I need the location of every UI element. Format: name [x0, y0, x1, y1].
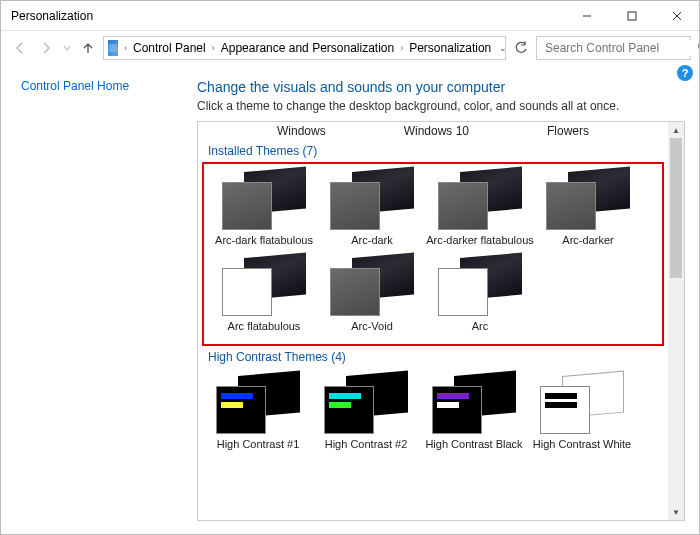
theme-thumbnail — [330, 172, 414, 230]
theme-label: Arc-dark flatabulous — [215, 234, 313, 246]
svg-rect-4 — [109, 44, 117, 52]
theme-thumbnail — [222, 258, 306, 316]
theme-label[interactable]: Windows — [277, 124, 326, 138]
title-bar: Personalization — [1, 1, 699, 31]
theme-thumbnail — [546, 172, 630, 230]
theme-item[interactable]: Arc-dark flatabulous — [210, 172, 318, 246]
theme-label: High Contrast Black — [425, 438, 522, 450]
refresh-button[interactable] — [510, 41, 532, 55]
theme-item[interactable]: Arc-Void — [318, 258, 426, 332]
theme-item[interactable]: High Contrast #2 — [312, 376, 420, 468]
theme-label: High Contrast White — [533, 438, 631, 450]
theme-label: Arc-darker flatabulous — [426, 234, 534, 246]
search-input[interactable] — [543, 40, 697, 56]
theme-label: Arc-dark — [351, 234, 393, 246]
theme-thumbnail — [324, 376, 408, 434]
address-dropdown[interactable]: ⌄ — [495, 43, 511, 53]
theme-label: Arc — [472, 320, 489, 332]
sidebar: Control Panel Home — [1, 65, 191, 534]
theme-thumbnail — [540, 376, 624, 434]
theme-item[interactable]: Arc-darker — [534, 172, 642, 246]
back-button[interactable] — [9, 37, 31, 59]
theme-label[interactable]: Windows 10 — [404, 124, 469, 138]
minimize-button[interactable] — [564, 1, 609, 31]
control-panel-icon — [108, 40, 118, 56]
breadcrumb[interactable]: › Control Panel › Appearance and Persona… — [103, 36, 506, 60]
scrollbar[interactable]: ▲ ▼ — [668, 122, 684, 520]
page-title: Change the visuals and sounds on your co… — [197, 79, 685, 95]
control-panel-home-link[interactable]: Control Panel Home — [21, 79, 129, 93]
theme-label: Arc-Void — [351, 320, 393, 332]
recent-locations-dropdown[interactable] — [61, 37, 73, 59]
chevron-right-icon: › — [122, 43, 129, 53]
theme-label: High Contrast #2 — [325, 438, 408, 450]
themes-panel: Windows Windows 10 Flowers Installed The… — [197, 121, 685, 521]
theme-item[interactable]: Arc-darker flatabulous — [426, 172, 534, 246]
page-subtitle: Click a theme to change the desktop back… — [197, 99, 685, 113]
theme-thumbnail — [438, 258, 522, 316]
scroll-up-button[interactable]: ▲ — [668, 122, 684, 138]
theme-thumbnail — [330, 258, 414, 316]
installed-themes-header: Installed Themes (7) — [198, 140, 668, 162]
high-contrast-themes-grid: High Contrast #1High Contrast #2High Con… — [198, 368, 668, 480]
theme-label: High Contrast #1 — [217, 438, 300, 450]
theme-item[interactable]: High Contrast #1 — [204, 376, 312, 468]
top-themes-row: Windows Windows 10 Flowers — [198, 122, 668, 140]
main-content: ? Change the visuals and sounds on your … — [191, 65, 699, 534]
theme-label: Arc flatabulous — [228, 320, 301, 332]
high-contrast-header: High Contrast Themes (4) — [198, 346, 668, 368]
theme-item[interactable]: High Contrast Black — [420, 376, 528, 468]
theme-item[interactable]: Arc — [426, 258, 534, 332]
breadcrumb-item[interactable]: Appearance and Personalization — [219, 41, 396, 55]
theme-item[interactable]: Arc-dark — [318, 172, 426, 246]
window-controls — [564, 1, 699, 31]
help-icon[interactable]: ? — [677, 65, 693, 81]
breadcrumb-item[interactable]: Control Panel — [131, 41, 208, 55]
forward-button[interactable] — [35, 37, 57, 59]
theme-thumbnail — [438, 172, 522, 230]
theme-item[interactable]: Arc flatabulous — [210, 258, 318, 332]
search-box[interactable] — [536, 36, 691, 60]
theme-thumbnail — [432, 376, 516, 434]
scroll-thumb[interactable] — [670, 138, 682, 278]
svg-rect-1 — [628, 12, 636, 20]
theme-thumbnail — [216, 376, 300, 434]
chevron-right-icon: › — [210, 43, 217, 53]
maximize-button[interactable] — [609, 1, 654, 31]
theme-label[interactable]: Flowers — [547, 124, 589, 138]
up-button[interactable] — [77, 37, 99, 59]
address-bar: › Control Panel › Appearance and Persona… — [1, 31, 699, 65]
scroll-down-button[interactable]: ▼ — [668, 504, 684, 520]
breadcrumb-item[interactable]: Personalization — [407, 41, 493, 55]
theme-item[interactable]: High Contrast White — [528, 376, 636, 468]
installed-themes-grid: Arc-dark flatabulousArc-darkArc-darker f… — [202, 162, 664, 346]
window-title: Personalization — [11, 9, 93, 23]
theme-thumbnail — [222, 172, 306, 230]
close-button[interactable] — [654, 1, 699, 31]
theme-label: Arc-darker — [562, 234, 613, 246]
chevron-right-icon: › — [398, 43, 405, 53]
